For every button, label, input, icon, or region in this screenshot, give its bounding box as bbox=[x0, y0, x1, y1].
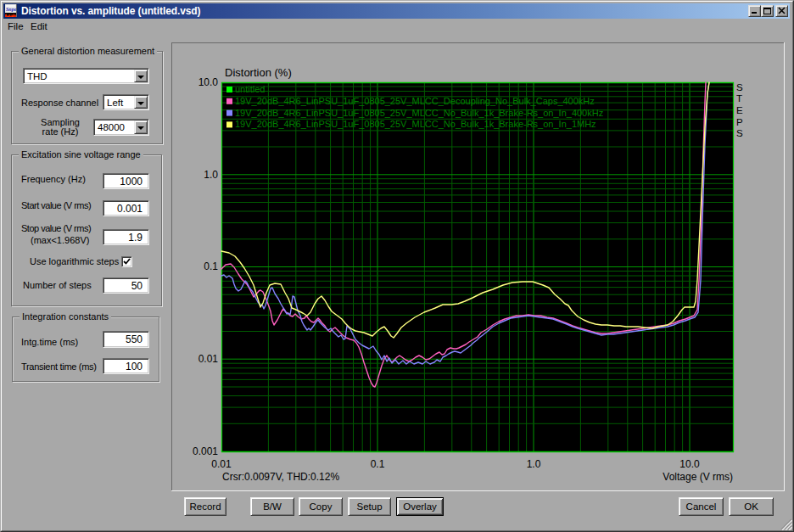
svg-text:0.001: 0.001 bbox=[193, 445, 218, 457]
svg-text:10.0: 10.0 bbox=[679, 458, 700, 470]
svg-text:S: S bbox=[736, 82, 743, 92]
svg-text:19V_20dB_4R6_LinPSU_1uF_0805_2: 19V_20dB_4R6_LinPSU_1uF_0805_25V_MLCC_No… bbox=[235, 108, 603, 118]
svg-text:19V_20dB_4R6_LinPSU_1uF_0805_2: 19V_20dB_4R6_LinPSU_1uF_0805_25V_MLCC_No… bbox=[235, 119, 596, 129]
svg-text:19V_20dB_4R6_LinPSU_1uF_0805_2: 19V_20dB_4R6_LinPSU_1uF_0805_25V_MLCC_De… bbox=[235, 96, 595, 106]
svg-text:T: T bbox=[736, 93, 742, 104]
svg-text:Crsr:0.0097V, THD:0.12%: Crsr:0.0097V, THD:0.12% bbox=[222, 471, 339, 483]
svg-text:untitled: untitled bbox=[235, 84, 265, 94]
svg-text:1.0: 1.0 bbox=[527, 458, 541, 470]
svg-text:Voltage (V rms): Voltage (V rms) bbox=[663, 471, 733, 483]
svg-text:Distortion (%): Distortion (%) bbox=[225, 66, 292, 79]
svg-text:0.1: 0.1 bbox=[371, 458, 385, 470]
svg-text:S: S bbox=[736, 128, 743, 138]
svg-text:10.0: 10.0 bbox=[198, 76, 219, 88]
svg-text:0.01: 0.01 bbox=[198, 353, 219, 365]
svg-text:E: E bbox=[736, 105, 743, 115]
svg-text:0.01: 0.01 bbox=[211, 458, 232, 470]
svg-text:1.0: 1.0 bbox=[204, 169, 218, 181]
svg-text:0.1: 0.1 bbox=[204, 260, 218, 272]
svg-text:Snpe: Snpe bbox=[6, 7, 17, 12]
svg-text:P: P bbox=[736, 117, 743, 127]
